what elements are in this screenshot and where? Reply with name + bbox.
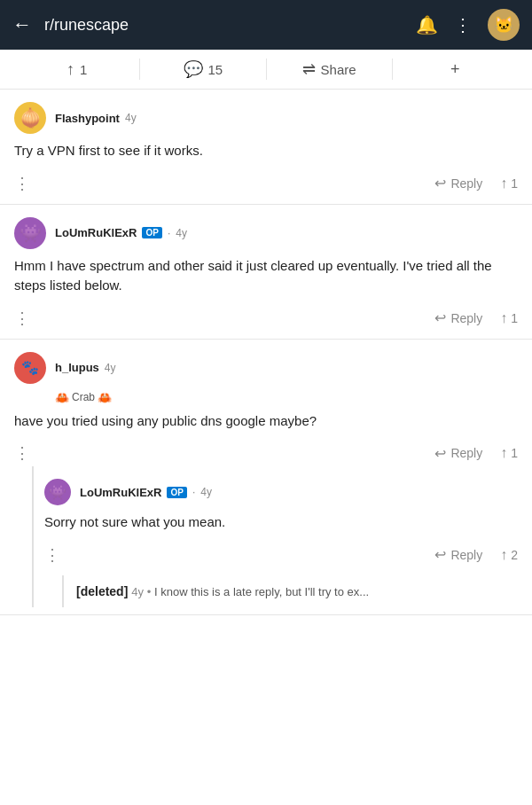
- app-header: ← r/runescape 🔔 ⋮ 🐱: [0, 0, 532, 50]
- comment-3r1-header: 👾 LoUmRuKlExR OP · 4y: [44, 479, 518, 505]
- comment-1-time: 4y: [125, 112, 137, 124]
- deleted-comment: [deleted] 4y • I know this is a late rep…: [62, 575, 518, 607]
- user-avatar[interactable]: 🐱: [488, 9, 520, 41]
- post-actions-bar: ↑ 1 💬 15 ⇌ Share +: [0, 50, 532, 90]
- comment-3r1-op-badge: OP: [167, 487, 186, 498]
- comment-3-actions: ⋮ ↩ Reply ↑ 1: [14, 440, 518, 466]
- upvote-arrow-icon: ↑: [500, 176, 507, 191]
- upvote-icon: ↑: [66, 60, 74, 79]
- upvote-arrow-icon-3r1: ↑: [500, 547, 507, 563]
- comment-2-header: 👾 LoUmRuKlExR OP · 4y: [14, 217, 518, 249]
- back-button[interactable]: ←: [12, 13, 32, 36]
- comment-1-avatar: 🧅: [14, 102, 46, 134]
- comment-3r1-reply-button[interactable]: ↩ Reply: [434, 546, 482, 563]
- comment-3-header: 🐾 h_lupus 4y: [14, 352, 518, 384]
- comment-3-reply-1: 👾 LoUmRuKlExR OP · 4y Sorry not sure wha…: [44, 466, 518, 575]
- comment-3: 🐾 h_lupus 4y 🦀 Crab 🦀 have you tried usi…: [0, 340, 532, 615]
- flair-emoji: 🦀: [55, 391, 69, 404]
- comment-2-actions: ⋮ ↩ Reply ↑ 1: [14, 305, 518, 332]
- comment-1-author: Flashypoint: [55, 112, 120, 125]
- comment-2-time: 4y: [176, 227, 187, 239]
- comment-3-flair: 🦀 Crab 🦀: [55, 391, 518, 404]
- comment-1-meta: Flashypoint 4y: [55, 112, 137, 125]
- deleted-separator: •: [147, 585, 154, 598]
- add-icon: +: [450, 60, 460, 79]
- comment-1-header: 🧅 Flashypoint 4y: [14, 102, 518, 134]
- comment-3-body: have you tried using any public dns goog…: [14, 411, 518, 432]
- subreddit-title: r/runescape: [44, 16, 403, 35]
- comment-3-more[interactable]: ⋮: [14, 443, 30, 463]
- deleted-preview: I know this is a late reply, but I'll tr…: [154, 585, 369, 598]
- comment-3r1-body: Sorry not sure what you mean.: [44, 512, 518, 533]
- flair-emoji-2: 🦀: [98, 391, 112, 404]
- deleted-author: [deleted]: [76, 584, 128, 598]
- reply-icon-3: ↩: [434, 445, 446, 462]
- comment-2-upvote[interactable]: ↑ 1: [500, 310, 518, 326]
- deleted-time-val: 4y: [131, 585, 144, 598]
- comment-3-avatar: 🐾: [14, 352, 46, 384]
- share-button[interactable]: ⇌ Share: [267, 59, 392, 79]
- comment-2-body: Hmm I have spectrum and other said it ju…: [14, 256, 518, 296]
- more-options-icon[interactable]: ⋮: [454, 14, 472, 35]
- comment-1-actions: ⋮ ↩ Reply ↑ 1: [14, 170, 518, 197]
- upvote-count[interactable]: ↑ 1: [14, 60, 139, 79]
- comment-1-reply-button[interactable]: ↩ Reply: [434, 175, 482, 191]
- comment-3r1-avatar: 👾: [44, 479, 71, 505]
- comment-2-avatar: 👾: [14, 217, 46, 249]
- comment-2: 👾 LoUmRuKlExR OP · 4y Hmm I have spectru…: [0, 205, 532, 340]
- comment-icon: 💬: [184, 59, 203, 79]
- comment-3-replies: 👾 LoUmRuKlExR OP · 4y Sorry not sure wha…: [32, 466, 518, 607]
- comment-3r1-dot: ·: [192, 486, 195, 498]
- comment-2-more[interactable]: ⋮: [14, 309, 30, 328]
- comment-3r1-time: 4y: [200, 486, 212, 498]
- notification-icon[interactable]: 🔔: [416, 14, 438, 35]
- add-button[interactable]: +: [393, 60, 518, 79]
- comment-3-upvote[interactable]: ↑ 1: [500, 445, 518, 461]
- comment-3-reply-button[interactable]: ↩ Reply: [434, 445, 482, 462]
- comment-3-time: 4y: [105, 362, 116, 374]
- comment-3r1-actions: ⋮ ↩ Reply ↑ 2: [44, 542, 518, 568]
- comments-section: 🧅 Flashypoint 4y Try a VPN first to see …: [0, 90, 532, 615]
- reply-icon: ↩: [434, 175, 446, 191]
- reply-icon-3r1: ↩: [434, 546, 446, 563]
- comment-3-meta: h_lupus 4y: [55, 361, 116, 374]
- comment-2-meta: LoUmRuKlExR OP · 4y: [55, 226, 187, 239]
- comment-2-dot: ·: [168, 227, 170, 239]
- share-icon: ⇌: [302, 59, 316, 79]
- comment-3r1-meta: LoUmRuKlExR OP · 4y: [80, 486, 212, 499]
- comment-1-more[interactable]: ⋮: [14, 174, 30, 193]
- comment-1-upvote[interactable]: ↑ 1: [500, 176, 518, 191]
- reply-icon-2: ↩: [434, 309, 446, 326]
- comment-3r1-upvote[interactable]: ↑ 2: [500, 547, 518, 563]
- comment-1-body: Try a VPN first to see if it works.: [14, 141, 518, 161]
- comment-3r1-more[interactable]: ⋮: [44, 545, 60, 565]
- upvote-arrow-icon-3: ↑: [500, 445, 507, 461]
- comment-2-author: LoUmRuKlExR: [55, 226, 137, 239]
- upvote-arrow-icon-2: ↑: [500, 310, 507, 326]
- header-icons: 🔔 ⋮ 🐱: [416, 9, 520, 41]
- comment-1: 🧅 Flashypoint 4y Try a VPN first to see …: [0, 90, 532, 205]
- comment-2-reply-button[interactable]: ↩ Reply: [434, 309, 482, 326]
- comment-count[interactable]: 💬 15: [140, 59, 265, 79]
- comment-2-op-badge: OP: [142, 227, 161, 238]
- comment-3-author: h_lupus: [55, 361, 99, 374]
- comment-3r1-author: LoUmRuKlExR: [80, 486, 161, 499]
